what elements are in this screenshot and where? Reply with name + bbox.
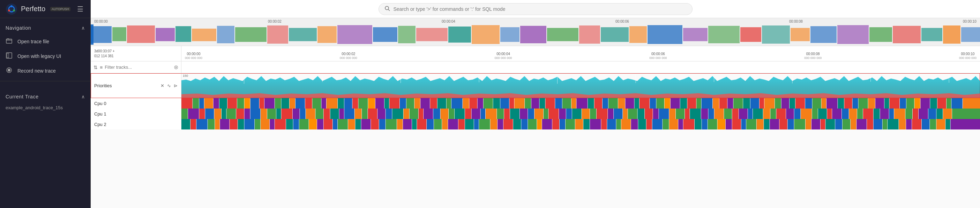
cpu0-svg (181, 98, 980, 108)
svg-rect-293 (448, 119, 458, 129)
current-trace-section-header: Current Trace ∧ (0, 87, 91, 103)
svg-rect-159 (963, 98, 980, 108)
svg-rect-185 (377, 108, 385, 119)
svg-rect-333 (764, 119, 769, 129)
svg-rect-102 (515, 98, 525, 108)
svg-rect-334 (770, 119, 779, 129)
ruler-tick-1: 00:00:02 000 000 000 (340, 52, 357, 60)
svg-rect-299 (498, 119, 503, 129)
svg-rect-111 (588, 98, 594, 108)
svg-rect-167 (236, 108, 244, 119)
svg-rect-92 (438, 98, 446, 108)
priorities-y-label: 150 (183, 74, 188, 78)
svg-rect-5 (6, 39, 12, 43)
svg-rect-150 (889, 98, 899, 108)
svg-rect-74 (296, 98, 305, 108)
svg-rect-355 (936, 119, 945, 129)
svg-rect-198 (481, 108, 485, 119)
navigation-chevron-icon[interactable]: ∧ (81, 25, 85, 31)
svg-rect-267 (244, 119, 255, 129)
svg-rect-318 (646, 119, 652, 129)
track-close-icon[interactable]: ✕ (161, 83, 164, 88)
svg-rect-117 (635, 98, 639, 108)
svg-rect-348 (883, 119, 887, 129)
track-priorities-label: Priorities ✕ ∿ ⊳ (91, 73, 181, 98)
sidebar-item-record-trace[interactable]: Record new trace (0, 64, 91, 78)
svg-rect-265 (229, 119, 237, 129)
filter-clear-icon[interactable]: ⊗ (174, 64, 178, 70)
logo-text: Perfetto (21, 5, 45, 13)
track-pin-icon[interactable]: ⊳ (174, 83, 178, 88)
track-cpu1-canvas[interactable] (181, 108, 980, 119)
svg-rect-327 (717, 119, 725, 129)
svg-rect-160 (181, 108, 188, 119)
svg-rect-201 (504, 108, 510, 119)
search-input[interactable] (393, 6, 687, 12)
svg-rect-146 (859, 98, 868, 108)
svg-rect-266 (238, 119, 244, 129)
current-trace-name[interactable]: example_android_trace_15s (0, 103, 91, 113)
svg-rect-44 (893, 26, 921, 43)
svg-rect-148 (875, 98, 884, 108)
track-cpu0-canvas[interactable] (181, 98, 980, 108)
svg-rect-213 (597, 108, 608, 119)
ruler-tick-sub-0: 000 000 000 (185, 56, 202, 60)
svg-point-4 (8, 10, 10, 11)
track-priorities-canvas[interactable]: 150 (181, 73, 980, 98)
svg-point-2 (11, 5, 13, 7)
sidebar: Perfetto AUTOPUSH ☰ Navigation ∧ Open tr… (0, 0, 91, 208)
svg-rect-298 (490, 119, 497, 129)
svg-rect-65 (228, 98, 237, 108)
svg-rect-313 (607, 119, 616, 129)
minimap-label-5: 00:00:10 (963, 19, 977, 23)
svg-rect-301 (513, 119, 521, 129)
svg-rect-136 (781, 98, 789, 108)
svg-rect-133 (759, 98, 764, 108)
track-priorities-text: Priorities (94, 83, 112, 88)
svg-rect-183 (362, 108, 368, 119)
svg-rect-158 (951, 98, 962, 108)
svg-rect-350 (899, 119, 906, 129)
current-trace-chevron-icon[interactable]: ∧ (81, 94, 85, 100)
svg-rect-161 (188, 108, 199, 119)
svg-rect-238 (794, 108, 800, 119)
svg-rect-149 (885, 98, 889, 108)
svg-rect-34 (629, 26, 647, 43)
svg-rect-347 (873, 119, 882, 129)
sidebar-item-open-legacy[interactable]: Open with legacy UI (0, 49, 91, 64)
svg-rect-307 (560, 119, 565, 129)
svg-rect-83 (368, 98, 375, 108)
track-cpu2-canvas[interactable] (181, 119, 980, 129)
svg-rect-113 (603, 98, 608, 108)
svg-rect-164 (214, 108, 221, 119)
svg-rect-119 (650, 98, 656, 108)
minimap-label-4: 00:00:08 (789, 19, 803, 23)
navigation-title: Navigation (6, 25, 31, 31)
svg-rect-258 (952, 108, 980, 119)
svg-rect-312 (601, 119, 607, 129)
svg-rect-165 (221, 108, 226, 119)
svg-rect-264 (220, 119, 229, 129)
svg-rect-202 (510, 108, 519, 119)
svg-rect-131 (743, 98, 750, 108)
svg-rect-91 (430, 98, 437, 108)
svg-rect-125 (696, 98, 701, 108)
svg-rect-253 (913, 108, 918, 119)
svg-rect-270 (270, 119, 274, 129)
svg-rect-289 (417, 119, 426, 129)
track-chart-icon[interactable]: ∿ (167, 83, 171, 88)
svg-rect-137 (789, 98, 795, 108)
sidebar-item-open-trace[interactable]: Open trace file (0, 34, 91, 49)
svg-rect-199 (486, 108, 496, 119)
svg-rect-22 (318, 26, 337, 43)
svg-rect-23 (337, 25, 372, 44)
svg-rect-33 (601, 27, 629, 42)
svg-rect-24 (373, 27, 398, 42)
svg-rect-263 (215, 119, 220, 129)
hamburger-button[interactable]: ☰ (76, 3, 85, 15)
svg-rect-41 (810, 26, 837, 43)
filter-tracks-input[interactable] (105, 65, 172, 70)
svg-rect-95 (463, 98, 469, 108)
svg-rect-116 (625, 98, 634, 108)
minimap[interactable]: 00:00:00 00:00:02 00:00:04 00:00:06 00:0… (91, 18, 980, 46)
